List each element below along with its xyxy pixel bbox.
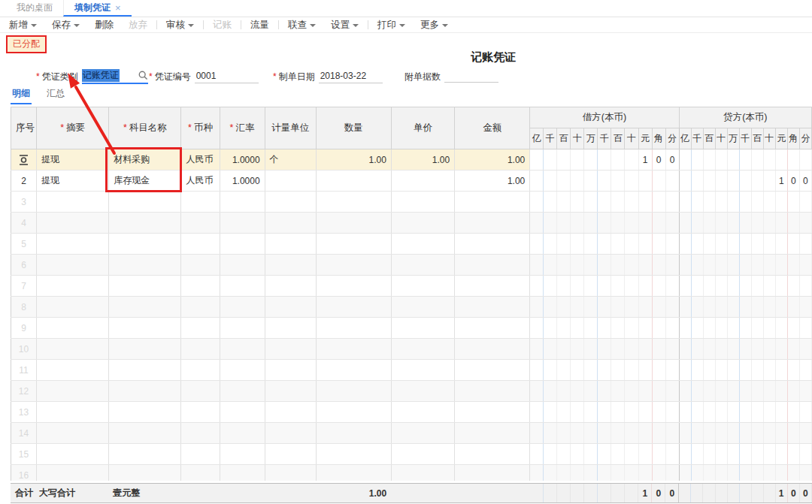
cell-qty[interactable]	[316, 318, 391, 339]
cell-amount[interactable]	[455, 192, 530, 213]
tab-my-desktop[interactable]: 我的桌面	[6, 0, 63, 17]
cell-summary[interactable]	[37, 381, 109, 402]
cell-account[interactable]	[109, 192, 181, 213]
cell-price[interactable]: 1.00	[391, 149, 454, 171]
cell-account[interactable]	[109, 339, 181, 360]
cell-rate[interactable]	[220, 465, 265, 481]
cell-summary[interactable]	[37, 402, 109, 423]
cell-amount[interactable]	[455, 234, 530, 255]
cell-amount[interactable]	[455, 213, 530, 234]
cell-currency[interactable]	[181, 339, 220, 360]
cell-row-number[interactable]: 11	[11, 360, 37, 381]
cell-rate[interactable]: 1.0000	[220, 149, 265, 171]
cell-row-number[interactable]: 10	[11, 339, 37, 360]
cell-price[interactable]	[391, 360, 454, 381]
cell-summary[interactable]	[37, 444, 109, 465]
cell-unit[interactable]	[265, 465, 316, 481]
cell-amount[interactable]	[455, 465, 530, 481]
voucher-type-input[interactable]: 记账凭证	[82, 69, 148, 84]
cell-currency[interactable]	[181, 381, 220, 402]
voucher-date-input[interactable]: 2018-03-22	[319, 70, 383, 83]
cell-account[interactable]	[109, 276, 181, 297]
cell-rate[interactable]	[220, 192, 265, 213]
cell-currency[interactable]	[181, 318, 220, 339]
cell-unit[interactable]	[265, 234, 316, 255]
cell-unit[interactable]	[265, 297, 316, 318]
cell-amount[interactable]	[455, 339, 530, 360]
cell-row-number[interactable]	[11, 149, 37, 171]
cell-amount[interactable]: 1.00	[455, 149, 530, 171]
cell-rate[interactable]	[220, 234, 265, 255]
cell-unit[interactable]: 个	[265, 149, 316, 171]
cell-account[interactable]: 材料采购	[109, 149, 181, 171]
cell-currency[interactable]	[181, 465, 220, 481]
cell-qty[interactable]	[316, 339, 391, 360]
cell-amount[interactable]	[455, 381, 530, 402]
cell-summary[interactable]	[37, 423, 109, 444]
cell-account[interactable]	[109, 360, 181, 381]
cell-row-number[interactable]: 2	[11, 171, 37, 192]
cell-rate[interactable]	[220, 276, 265, 297]
cell-price[interactable]	[391, 465, 454, 481]
cell-price[interactable]	[391, 339, 454, 360]
tab-detail[interactable]: 明细	[11, 86, 32, 104]
cell-row-number[interactable]: 16	[11, 465, 37, 481]
cell-price[interactable]	[391, 423, 454, 444]
cell-price[interactable]	[391, 297, 454, 318]
cell-row-number[interactable]: 13	[11, 402, 37, 423]
cell-summary[interactable]	[37, 213, 109, 234]
cell-qty[interactable]	[316, 255, 391, 276]
cell-unit[interactable]	[265, 423, 316, 444]
cell-amount[interactable]	[455, 444, 530, 465]
cell-currency[interactable]	[181, 402, 220, 423]
cell-currency[interactable]	[181, 444, 220, 465]
toolbar-item-audit[interactable]: 审核	[159, 19, 201, 32]
cell-qty[interactable]: 1.00	[316, 149, 391, 171]
cell-qty[interactable]	[316, 423, 391, 444]
cell-account[interactable]	[109, 444, 181, 465]
cell-currency[interactable]	[181, 234, 220, 255]
cell-summary[interactable]	[37, 339, 109, 360]
cell-qty[interactable]	[316, 213, 391, 234]
toolbar-item-flow[interactable]: 流量	[243, 19, 277, 32]
cell-price[interactable]	[391, 192, 454, 213]
cell-summary[interactable]	[37, 234, 109, 255]
cell-currency[interactable]: 人民币	[181, 149, 220, 171]
tab-fill-voucher[interactable]: 填制凭证 ×	[63, 0, 132, 17]
cell-qty[interactable]	[316, 465, 391, 481]
cell-price[interactable]	[391, 213, 454, 234]
cell-unit[interactable]	[265, 276, 316, 297]
cell-rate[interactable]	[220, 255, 265, 276]
toolbar-item-save[interactable]: 保存	[44, 19, 87, 32]
cell-price[interactable]	[391, 444, 454, 465]
toolbar-item-new[interactable]: 新增	[2, 19, 44, 32]
cell-price[interactable]	[391, 234, 454, 255]
cell-unit[interactable]	[265, 339, 316, 360]
cell-summary[interactable]	[37, 297, 109, 318]
cell-summary[interactable]	[37, 465, 109, 481]
cell-unit[interactable]	[265, 402, 316, 423]
cell-price[interactable]	[391, 402, 454, 423]
cell-summary[interactable]: 提现	[37, 171, 109, 192]
cell-row-number[interactable]: 5	[11, 234, 37, 255]
cell-qty[interactable]	[316, 297, 391, 318]
cell-amount[interactable]: 1.00	[455, 171, 530, 192]
cell-row-number[interactable]: 12	[11, 381, 37, 402]
cell-qty[interactable]	[316, 360, 391, 381]
cell-row-number[interactable]: 6	[11, 255, 37, 276]
cell-qty[interactable]	[316, 171, 391, 192]
cell-account[interactable]	[109, 297, 181, 318]
toolbar-item-link-query[interactable]: 联查	[280, 19, 323, 32]
voucher-number-input[interactable]: 0001	[195, 70, 259, 83]
cell-currency[interactable]	[181, 276, 220, 297]
cell-qty[interactable]	[316, 276, 391, 297]
cell-price[interactable]	[391, 171, 454, 192]
cell-currency[interactable]	[181, 192, 220, 213]
cell-unit[interactable]	[265, 171, 316, 192]
cell-account[interactable]	[109, 381, 181, 402]
cell-amount[interactable]	[455, 276, 530, 297]
cell-currency[interactable]	[181, 360, 220, 381]
cell-unit[interactable]	[265, 192, 316, 213]
toolbar-item-delete[interactable]: 删除	[87, 19, 121, 32]
cell-rate[interactable]	[220, 318, 265, 339]
